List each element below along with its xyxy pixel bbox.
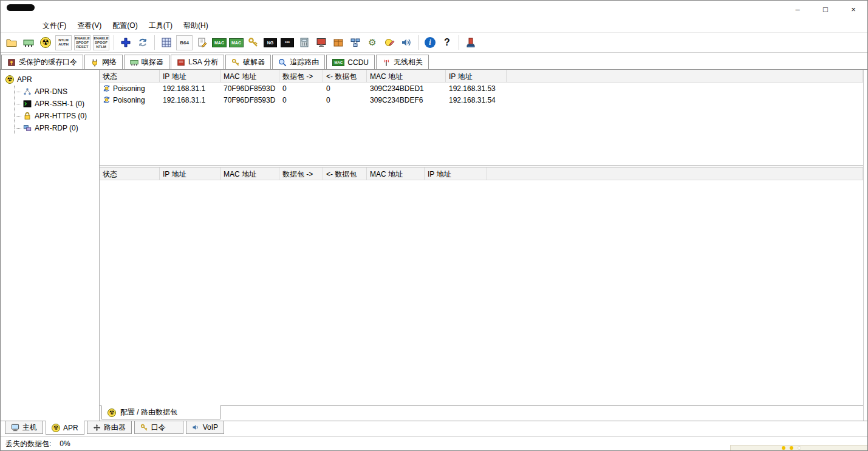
refresh-button[interactable] (134, 34, 151, 51)
ntlm-auth-button[interactable]: NTLM AUTH (54, 34, 73, 51)
red-monitor-icon (316, 38, 327, 47)
tree-item-apr-https[interactable]: APR-HTTPS (0) (15, 110, 99, 122)
spoof-reset-button[interactable]: ENABLE SPOOF RESET (73, 34, 92, 51)
cell-ip-2: 192.168.31.53 (446, 84, 507, 93)
registry-edit-button[interactable] (381, 34, 398, 51)
dns-nodes-icon (23, 87, 32, 96)
network-shares-button[interactable] (347, 34, 364, 51)
start-apr-button[interactable]: ☢ (37, 34, 54, 51)
bottom-tab-voip[interactable]: VoIP (186, 421, 224, 434)
menu-tools[interactable]: 工具(T) (143, 19, 178, 32)
main-tab-bar: 受保护的缓存口令 网络 嗅探器 LSA 分析 破解器 追踪路由 MACCCDU … (1, 53, 867, 70)
services-button[interactable]: ⚙ (364, 34, 381, 51)
column-header-status[interactable]: 状态 (100, 168, 160, 180)
safe-key-icon (7, 58, 16, 67)
key-icon (248, 37, 259, 48)
bottom-tab-passwords[interactable]: 口令 (134, 421, 183, 434)
table-row[interactable]: Poisoning 192.168.31.1 70F96DF8593D 0 0 … (100, 94, 863, 106)
column-header-packets-in[interactable]: <- 数据包 (323, 168, 367, 180)
title-bar: – □ × (1, 1, 867, 19)
spoof-ntlm-icon: ENABLE SPOOF NTLM (93, 35, 109, 50)
column-header-mac[interactable]: MAC 地址 (220, 70, 279, 83)
speaker-icon (192, 424, 200, 431)
column-header-packets-out[interactable]: 数据包 -> (279, 168, 323, 180)
apr-panel: 状态 IP 地址 MAC 地址 数据包 -> <- 数据包 MAC 地址 IP … (100, 70, 864, 421)
mac-tool-button[interactable]: MAC (228, 34, 245, 51)
bottom-tab-hosts[interactable]: 主机 (5, 421, 43, 434)
table-row[interactable]: Poisoning 192.168.31.1 70F96DF8593D 0 0 … (100, 83, 863, 94)
app-window: – □ × 文件(F) 查看(V) 配置(O) 工具(T) 帮助(H) ☢ NT… (0, 0, 868, 451)
cell-packets-in: 0 (323, 84, 367, 93)
bottom-tab-routing[interactable]: 路由器 (87, 421, 132, 434)
upper-poison-table: 状态 IP 地址 MAC 地址 数据包 -> <- 数据包 MAC 地址 IP … (100, 70, 863, 166)
mac-scanner-icon: MAC (212, 38, 227, 47)
tab-network[interactable]: 网络 (84, 55, 123, 69)
plug-icon (91, 58, 99, 67)
column-header-mac-2[interactable]: MAC 地址 (367, 70, 446, 83)
tab-label: 受保护的缓存口令 (19, 57, 77, 67)
base64-icon: B64 (176, 35, 193, 50)
base-converter-button[interactable] (158, 34, 175, 51)
tab-configuration-routed-packets[interactable]: ☢ 配置 / 路由数据包 (101, 405, 220, 419)
base64-button[interactable]: B64 (175, 34, 194, 51)
spoof-ntlm-button[interactable]: ENABLE SPOOF NTLM (92, 34, 111, 51)
tab-cracker[interactable]: 破解器 (225, 55, 271, 69)
column-header-ip[interactable]: IP 地址 (160, 70, 220, 83)
bottom-tab-label: 口令 (151, 422, 166, 433)
tree-item-apr-rdp[interactable]: APR-RDP (0) (15, 122, 99, 134)
menu-help[interactable]: 帮助(H) (178, 19, 214, 32)
column-header-packets-in[interactable]: <- 数据包 (323, 70, 367, 83)
column-header-packets-out[interactable]: 数据包 -> (279, 70, 323, 83)
tree-item-apr[interactable]: ☢ APR (1, 73, 99, 86)
main-area: ☢ APR APR-DNS APR-SSH-1 (0) APR-HTTPS (0… (1, 70, 867, 421)
column-header-status[interactable]: 状态 (100, 70, 160, 83)
voip-speaker-button[interactable] (398, 34, 415, 51)
hash-calculator-button[interactable] (296, 34, 313, 51)
tab-lsa-secrets[interactable]: LSA 分析 (171, 55, 224, 69)
info-button[interactable]: i (422, 34, 439, 51)
column-header-ip[interactable]: IP 地址 (160, 168, 220, 180)
dual-screens-icon (23, 124, 32, 132)
column-header-ip-2[interactable]: IP 地址 (446, 70, 507, 83)
tab-protected-cache-passwords[interactable]: 受保护的缓存口令 (1, 55, 83, 69)
column-header-ip-2[interactable]: IP 地址 (425, 168, 487, 180)
tab-ccdu[interactable]: MACCCDU (326, 55, 375, 69)
menu-configure[interactable]: 配置(O) (107, 19, 143, 32)
crate-tool-button[interactable] (330, 34, 347, 51)
fragment-dot (790, 446, 793, 450)
add-entry-button[interactable] (117, 34, 134, 51)
question-icon: ? (444, 37, 450, 48)
tab-label: 网络 (102, 57, 117, 67)
ng-hash-button[interactable]: NG (262, 34, 279, 51)
tree-item-apr-ssh1[interactable]: APR-SSH-1 (0) (15, 98, 99, 110)
menu-file[interactable]: 文件(F) (37, 19, 72, 32)
password-stars-button[interactable]: *** (279, 34, 296, 51)
upper-table-header: 状态 IP 地址 MAC 地址 数据包 -> <- 数据包 MAC 地址 IP … (100, 70, 863, 83)
toolbar-separator (154, 35, 155, 50)
close-button[interactable]: × (839, 1, 867, 18)
secrets-book-icon (177, 58, 185, 67)
toolbar-separator (114, 35, 114, 50)
inner-tab-label: 配置 / 路由数据包 (120, 407, 177, 418)
tab-traceroute[interactable]: 追踪路由 (272, 55, 325, 69)
remote-screen-button[interactable] (313, 34, 330, 51)
column-header-mac-2[interactable]: MAC 地址 (367, 168, 425, 180)
bottom-tab-apr[interactable]: ☢APR (46, 421, 84, 435)
open-file-button[interactable] (3, 34, 20, 51)
help-button[interactable]: ? (439, 34, 456, 51)
tab-sniffer[interactable]: 嗅探器 (124, 55, 169, 69)
mac-scanner-button[interactable]: MAC (211, 34, 228, 51)
lower-poison-table: 状态 IP 地址 MAC 地址 数据包 -> <- 数据包 MAC 地址 IP … (100, 168, 863, 405)
minimize-button[interactable]: – (784, 1, 812, 18)
exit-icon (466, 37, 476, 48)
notes-button[interactable] (194, 34, 211, 51)
tree-item-apr-dns[interactable]: APR-DNS (15, 86, 99, 98)
menu-view[interactable]: 查看(V) (72, 19, 107, 32)
column-header-mac[interactable]: MAC 地址 (220, 168, 279, 180)
start-sniffer-button[interactable] (20, 34, 37, 51)
background-window-fragment (730, 445, 867, 450)
tab-wireless[interactable]: 无线相关 (376, 55, 429, 69)
maximize-button[interactable]: □ (812, 1, 839, 18)
key-tool-button[interactable] (245, 34, 262, 51)
exit-button[interactable] (462, 34, 479, 51)
